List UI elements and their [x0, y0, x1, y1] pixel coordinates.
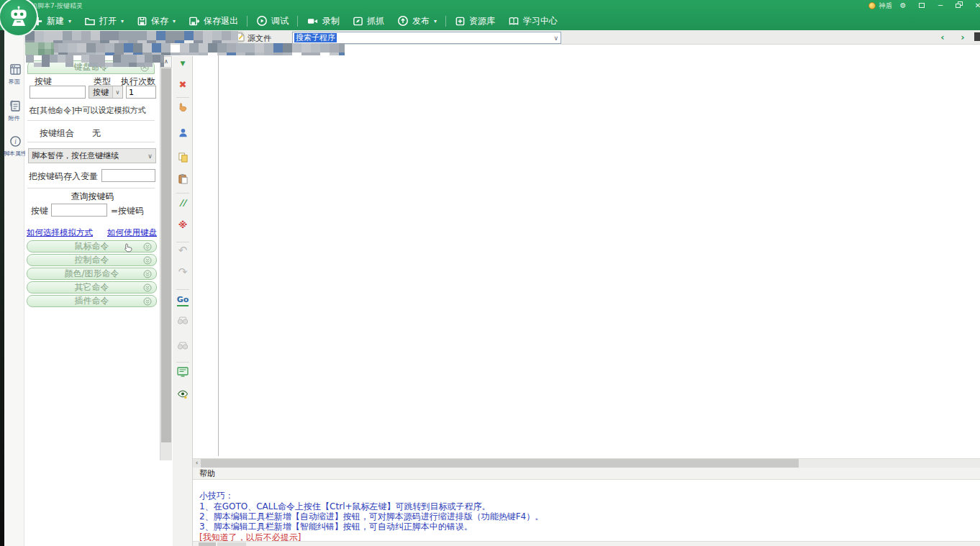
censored-mosaic	[40, 43, 345, 55]
toolbar-separator	[445, 16, 446, 27]
resource-library-button[interactable]: 资源库	[448, 12, 502, 29]
main-toolbar: 新建▾ 打开▾ 保存▾ 保存退出 调试 录制 抓抓 发布▾	[26, 12, 564, 30]
panel-scrollbar[interactable]: ∧	[160, 56, 172, 460]
bottom-tab[interactable]	[199, 542, 216, 546]
screen-capture-icon[interactable]	[177, 365, 189, 377]
expand-icon	[143, 283, 152, 294]
select-user-icon[interactable]	[177, 127, 189, 138]
toolbar-separator	[176, 362, 189, 363]
editor-hscrollbar[interactable]: ‹	[193, 458, 980, 468]
sidebar-item-interface[interactable]: 界面	[6, 63, 24, 86]
publish-button[interactable]: 发布▾	[391, 12, 443, 29]
how-use-keyboard-link[interactable]: 如何使用键盘	[107, 227, 157, 238]
toolbar-separator	[176, 193, 189, 194]
chevron-down-icon[interactable]: ∨	[553, 35, 558, 42]
tab-list-icon[interactable]	[974, 32, 980, 41]
pause-mode-dropdown[interactable]: 脚本暂停，按任意键继续 ∨	[28, 148, 156, 163]
caret-down-icon: ▾	[121, 18, 124, 24]
key-input[interactable]	[30, 86, 86, 99]
info-icon: i	[9, 140, 22, 150]
toolbar-separator	[176, 289, 189, 290]
uncomment-icon[interactable]: ※	[177, 219, 189, 230]
settings-gear-icon[interactable]: ⚙	[894, 0, 912, 12]
censored-mosaic	[26, 55, 164, 67]
record-button[interactable]: 录制	[300, 12, 346, 29]
query-key-label: 按键	[31, 205, 48, 217]
type-dropdown[interactable]: 按键 ∨	[89, 86, 123, 99]
censored-mosaic	[25, 42, 54, 55]
coin-icon	[868, 2, 876, 9]
comment-icon[interactable]: //	[177, 197, 189, 209]
insert-command-icon[interactable]: ▼	[177, 58, 189, 69]
expand-icon	[143, 297, 152, 308]
open-button[interactable]: 打开▾	[78, 12, 130, 29]
bottom-tab[interactable]	[217, 542, 246, 546]
scroll-left-button[interactable]: ‹	[193, 459, 201, 468]
copy-icon[interactable]	[177, 151, 189, 163]
watch-eye-icon[interactable]	[177, 388, 189, 400]
save-exit-button[interactable]: 保存退出	[182, 12, 245, 29]
find-next-icon[interactable]	[177, 340, 189, 352]
skin-icon[interactable]	[912, 0, 931, 12]
nav-right-arrow[interactable]: ›	[958, 32, 968, 42]
app-window: 我的脚本7-按键精灵 神盾 ⚙ ─ ✕ 新建▾ 打开▾ 保存▾ 保存退出 调试	[0, 0, 980, 546]
toolbar-separator	[247, 16, 248, 27]
undo-icon[interactable]: ↶	[177, 245, 189, 256]
save-button[interactable]: 保存▾	[130, 12, 182, 29]
debug-button[interactable]: 调试	[250, 12, 295, 29]
drag-hand-icon[interactable]	[177, 101, 189, 112]
script-tabs-censored[interactable]	[25, 31, 238, 43]
find-icon[interactable]	[177, 315, 189, 327]
divider	[27, 142, 155, 142]
paste-icon[interactable]	[177, 173, 189, 184]
count-input[interactable]	[126, 86, 156, 99]
redo-icon[interactable]: ↷	[177, 266, 189, 278]
shield-badge[interactable]: 神盾	[879, 1, 892, 11]
grab-button[interactable]: 抓抓	[346, 12, 391, 29]
key-combo-label: 按键组合	[40, 127, 74, 140]
bottom-tab-strip	[193, 541, 980, 546]
help-panel-header: 帮助	[193, 468, 980, 480]
delete-icon[interactable]: ✖	[177, 78, 189, 90]
section-plugin-commands[interactable]: 插件命令	[27, 295, 157, 307]
learning-center-button[interactable]: 学习中心	[502, 12, 564, 29]
expand-icon	[143, 270, 152, 281]
close-button[interactable]: ✕	[968, 0, 980, 12]
section-other-commands[interactable]: 其它命令	[27, 281, 157, 294]
source-file-tab[interactable]: 源文件	[237, 32, 271, 44]
search-combo-value: 搜索子程序	[294, 33, 337, 42]
svg-text:i: i	[14, 138, 17, 145]
chevron-down-icon: ∨	[112, 86, 122, 98]
keyboard-command-panel: 键盘命令 按键 类型 执行次数 按键 ∨ 在[其他命令]中可以设定模拟方式 按键…	[25, 56, 160, 546]
query-key-input[interactable]	[51, 204, 107, 217]
help-title: 帮助	[199, 468, 215, 479]
key-combo-value[interactable]: 无	[92, 127, 101, 140]
caret-down-icon: ▾	[68, 18, 71, 24]
sidebar-item-attachment[interactable]: 附件	[6, 99, 24, 122]
expand-icon	[143, 256, 152, 267]
store-variable-input[interactable]	[101, 169, 155, 182]
hand-cursor-icon	[123, 242, 134, 255]
restore-button[interactable]	[950, 0, 968, 12]
section-color-graphics-commands[interactable]: 颜色/图形命令	[27, 268, 157, 280]
subroutine-search-combo[interactable]: 搜索子程序 ∨	[292, 32, 561, 44]
scrollbar-thumb[interactable]	[201, 459, 799, 468]
how-choose-simulation-link[interactable]: 如何选择模拟方式	[27, 227, 93, 238]
minimize-button[interactable]: ─	[931, 0, 950, 12]
goto-line-icon[interactable]: Go	[177, 294, 189, 306]
rail-edge	[0, 30, 4, 546]
expand-icon	[143, 242, 152, 253]
floppy-icon	[137, 16, 148, 27]
divider	[27, 188, 155, 188]
video-camera-icon	[307, 16, 319, 27]
window-controls: 神盾 ⚙ ─ ✕	[868, 0, 977, 12]
nav-left-arrow[interactable]: ‹	[938, 32, 948, 42]
script-editor-area[interactable]	[193, 45, 980, 458]
scrollbar-thumb[interactable]	[161, 68, 171, 442]
publish-up-icon	[397, 15, 409, 27]
section-mouse-commands[interactable]: 鼠标命令	[27, 240, 157, 252]
sidebar-item-script-properties[interactable]: i 脚本属性	[6, 135, 24, 158]
caret-down-icon: ▾	[434, 18, 437, 24]
section-control-commands[interactable]: 控制命令	[27, 254, 157, 266]
editor-gutter-line	[218, 47, 219, 456]
